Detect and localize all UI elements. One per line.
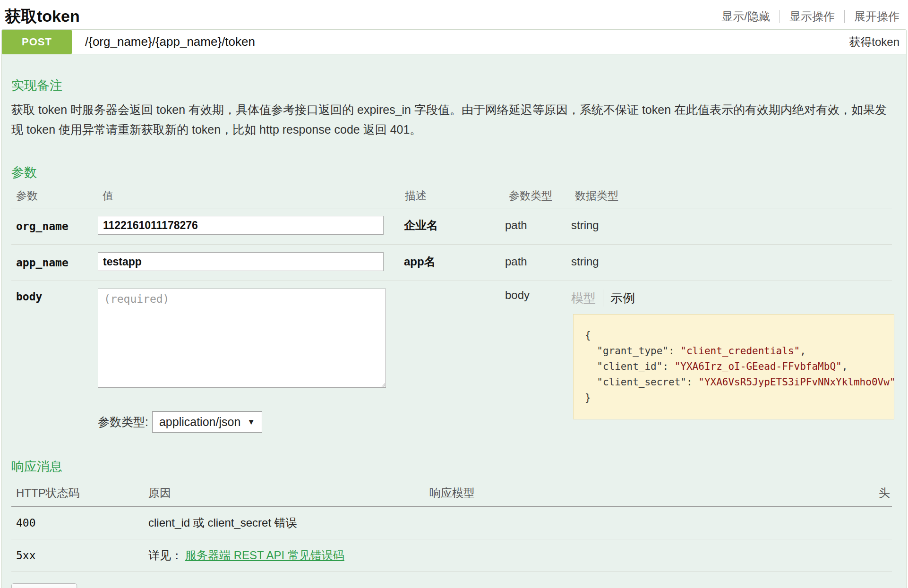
table-row: 400 client_id 或 client_secret 错误: [11, 507, 892, 539]
col-head-reason: 原因: [144, 486, 425, 501]
http-method-badge[interactable]: POST: [2, 30, 72, 54]
col-head-headers: 头: [835, 486, 892, 501]
error-codes-link[interactable]: 服务器端 REST API 常见错误码: [185, 549, 344, 562]
content-type-row: 参数类型: application/json ▼: [98, 411, 400, 433]
body-schema-tabs: 模型 示例: [571, 290, 894, 307]
body-example-code[interactable]: { "grant_type": "client_credentials", "c…: [573, 314, 894, 419]
col-head-parameter: 参数: [11, 188, 98, 203]
parameters-table-header: 参数 值 描述 参数类型 数据类型: [11, 188, 892, 208]
response-reason: 详见：服务器端 REST API 常见错误码: [144, 548, 425, 563]
table-row: body 参数类型: application/json ▼ body: [11, 281, 892, 442]
body-textarea[interactable]: [98, 289, 386, 388]
parameters-table: 参数 值 描述 参数类型 数据类型 org_name 企业名 path stri…: [11, 188, 892, 442]
param-description: 企业名: [400, 218, 504, 233]
col-head-http-status: HTTP状态码: [11, 486, 144, 501]
response-reason: client_id 或 client_secret 错误: [144, 515, 425, 530]
response-code: 400: [11, 517, 144, 529]
operations-toolbar: 显示/隐藏 显示操作 展开操作: [720, 9, 901, 24]
responses-table-header: HTTP状态码 原因 响应模型 头: [11, 486, 892, 507]
endpoint-header-bar: POST /{org_name}/{app_name}/token 获得toke…: [2, 30, 906, 54]
list-operations-link[interactable]: 显示操作: [788, 9, 837, 24]
col-head-description: 描述: [400, 188, 504, 203]
table-row: org_name 企业名 path string: [11, 208, 892, 245]
toolbar-divider: [780, 10, 780, 23]
param-name-org-name: org_name: [11, 218, 98, 232]
param-data-type: string: [570, 255, 892, 268]
param-type: path: [504, 255, 570, 268]
table-row: 5xx 详见：服务器端 REST API 常见错误码: [11, 539, 892, 572]
page-title: 获取token: [5, 6, 80, 27]
response-code: 5xx: [11, 549, 144, 562]
notes-heading: 实现备注: [11, 77, 892, 94]
responses-table: HTTP状态码 原因 响应模型 头 400 client_id 或 client…: [11, 486, 892, 572]
param-name-app-name: app_name: [11, 255, 98, 269]
col-head-parameter-type: 参数类型: [504, 188, 570, 203]
endpoint-content: 实现备注 获取 token 时服务器会返回 token 有效期，具体值参考接口返…: [2, 54, 906, 588]
responses-heading: 响应消息: [11, 458, 892, 475]
toolbar-divider: [844, 10, 845, 23]
tab-model[interactable]: 模型: [571, 290, 596, 307]
content-type-selected-value: application/json: [159, 415, 240, 429]
param-name-body: body: [11, 289, 98, 303]
parameters-heading: 参数: [11, 164, 892, 181]
param-type: path: [504, 219, 570, 232]
param-data-type: string: [570, 219, 892, 232]
col-head-data-type: 数据类型: [570, 188, 892, 203]
try-it-out-button[interactable]: 试一下!: [11, 583, 77, 588]
param-description: app名: [400, 254, 504, 269]
endpoint-path-link[interactable]: /{org_name}/{app_name}/token: [85, 34, 255, 49]
body-schema-area: 模型 示例 { "grant_type": "client_credential…: [570, 289, 894, 419]
notes-text: 获取 token 时服务器会返回 token 有效期，具体值参考接口返回的 ex…: [11, 100, 892, 139]
chevron-down-icon: ▼: [247, 418, 255, 427]
col-head-response-model: 响应模型: [425, 486, 835, 501]
table-row: app_name app名 path string: [11, 245, 892, 281]
expand-operations-link[interactable]: 展开操作: [852, 9, 901, 24]
col-head-value: 值: [98, 188, 400, 203]
org-name-input[interactable]: [98, 216, 384, 235]
tab-example[interactable]: 示例: [610, 290, 635, 307]
content-type-label: 参数类型:: [98, 414, 148, 430]
content-type-select[interactable]: application/json ▼: [152, 411, 262, 433]
reason-prefix: 详见：: [148, 549, 182, 562]
endpoint-nickname-link[interactable]: 获得token: [849, 34, 899, 50]
tab-divider: [603, 290, 603, 307]
param-type: body: [504, 289, 570, 302]
app-name-input[interactable]: [98, 252, 384, 271]
page-header: 获取token 显示/隐藏 显示操作 展开操作: [0, 0, 908, 29]
endpoint-block: POST /{org_name}/{app_name}/token 获得toke…: [1, 29, 907, 588]
toggle-show-hide-link[interactable]: 显示/隐藏: [720, 9, 772, 24]
